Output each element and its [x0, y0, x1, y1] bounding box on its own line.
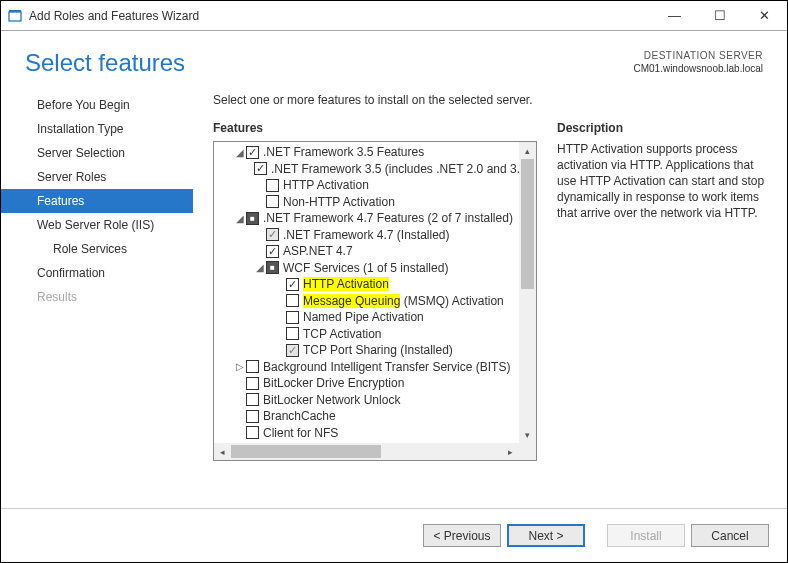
instruction-text: Select one or more features to install o… [213, 93, 777, 107]
checkbox[interactable] [286, 294, 299, 307]
scroll-thumb-vertical[interactable] [521, 159, 534, 289]
tree-row[interactable]: HTTP Activation [218, 177, 536, 194]
tree-row[interactable]: BitLocker Network Unlock [218, 392, 536, 409]
nav-item[interactable]: Features [1, 189, 193, 213]
tree-item-label: Named Pipe Activation [303, 310, 424, 324]
checkbox[interactable] [266, 261, 279, 274]
tree-row[interactable]: Non-HTTP Activation [218, 194, 536, 211]
scroll-right-icon[interactable]: ▸ [502, 443, 519, 460]
vertical-scrollbar[interactable]: ▴ ▾ [519, 142, 536, 443]
destination-label: DESTINATION SERVER [633, 49, 763, 62]
scroll-up-icon[interactable]: ▴ [519, 142, 536, 159]
tree-item-label: Client for NFS [263, 426, 338, 440]
nav-item[interactable]: Before You Begin [25, 93, 193, 117]
checkbox[interactable] [246, 360, 259, 373]
checkbox[interactable] [266, 245, 279, 258]
tree-item-label: ASP.NET 4.7 [283, 244, 353, 258]
checkbox[interactable] [286, 327, 299, 340]
tree-row[interactable]: Named Pipe Activation [218, 309, 536, 326]
nav-item[interactable]: Confirmation [25, 261, 193, 285]
app-icon [7, 8, 23, 24]
content: Before You BeginInstallation TypeServer … [1, 85, 787, 485]
tree-item-label: HTTP Activation [283, 178, 369, 192]
close-button[interactable]: ✕ [742, 1, 787, 31]
tree-item-label: WCF Services (1 of 5 installed) [283, 261, 448, 275]
destination-server: DESTINATION SERVER CM01.windowsnoob.lab.… [633, 49, 763, 77]
scroll-down-icon[interactable]: ▾ [519, 426, 536, 443]
tree-row[interactable]: ▷Background Intelligent Transfer Service… [218, 359, 536, 376]
tree-row[interactable]: ◢WCF Services (1 of 5 installed) [218, 260, 536, 277]
wizard-nav: Before You BeginInstallation TypeServer … [25, 85, 193, 485]
window-title: Add Roles and Features Wizard [29, 9, 652, 23]
horizontal-scrollbar[interactable]: ◂ ▸ [214, 443, 536, 460]
footer: < Previous Next > Install Cancel [1, 508, 787, 562]
features-label: Features [213, 121, 537, 135]
tree-item-label: BitLocker Drive Encryption [263, 376, 404, 390]
tree-row[interactable]: ASP.NET 4.7 [218, 243, 536, 260]
tree-row[interactable]: Client for NFS [218, 425, 536, 442]
checkbox[interactable] [286, 311, 299, 324]
svg-rect-1 [9, 10, 21, 12]
tree-row[interactable]: HTTP Activation [218, 276, 536, 293]
nav-item[interactable]: Installation Type [25, 117, 193, 141]
previous-button[interactable]: < Previous [423, 524, 501, 547]
tree-item-label: Non-HTTP Activation [283, 195, 395, 209]
features-tree[interactable]: ◢.NET Framework 3.5 Features.NET Framewo… [214, 142, 536, 460]
tree-row[interactable]: ◢.NET Framework 3.5 Features [218, 144, 536, 161]
next-button[interactable]: Next > [507, 524, 585, 547]
description-label: Description [557, 121, 765, 135]
nav-item[interactable]: Server Selection [25, 141, 193, 165]
checkbox[interactable] [246, 393, 259, 406]
nav-item: Results [25, 285, 193, 309]
tree-item-label: .NET Framework 4.7 (Installed) [283, 228, 450, 242]
features-tree-container: ◢.NET Framework 3.5 Features.NET Framewo… [213, 141, 537, 461]
checkbox[interactable] [266, 195, 279, 208]
tree-item-label: BranchCache [263, 409, 336, 423]
checkbox[interactable] [266, 228, 279, 241]
expand-icon[interactable]: ▷ [234, 361, 246, 372]
tree-item-label: HTTP Activation [303, 277, 389, 291]
expand-icon[interactable]: ◢ [234, 213, 246, 224]
minimize-button[interactable]: ― [652, 1, 697, 31]
expand-icon[interactable]: ◢ [234, 147, 246, 158]
nav-item[interactable]: Web Server Role (IIS) [25, 213, 193, 237]
checkbox[interactable] [286, 278, 299, 291]
scroll-thumb-horizontal[interactable] [231, 445, 381, 458]
tree-row[interactable]: .NET Framework 4.7 (Installed) [218, 227, 536, 244]
checkbox[interactable] [246, 377, 259, 390]
tree-row[interactable]: TCP Activation [218, 326, 536, 343]
nav-item[interactable]: Role Services [25, 237, 193, 261]
tree-item-label: Message Queuing (MSMQ) Activation [303, 294, 504, 308]
tree-row[interactable]: ◢.NET Framework 4.7 Features (2 of 7 ins… [218, 210, 536, 227]
scroll-left-icon[interactable]: ◂ [214, 443, 231, 460]
svg-rect-0 [9, 12, 21, 21]
install-button[interactable]: Install [607, 524, 685, 547]
checkbox[interactable] [266, 179, 279, 192]
main-panel: Select one or more features to install o… [193, 85, 787, 485]
tree-item-label: .NET Framework 3.5 (includes .NET 2.0 an… [271, 162, 531, 176]
expand-icon[interactable]: ◢ [254, 262, 266, 273]
checkbox[interactable] [246, 212, 259, 225]
checkbox[interactable] [246, 410, 259, 423]
checkbox[interactable] [286, 344, 299, 357]
tree-item-label: .NET Framework 4.7 Features (2 of 7 inst… [263, 211, 513, 225]
tree-item-label: BitLocker Network Unlock [263, 393, 400, 407]
maximize-button[interactable]: ☐ [697, 1, 742, 31]
tree-item-label: TCP Port Sharing (Installed) [303, 343, 453, 357]
tree-row[interactable]: .NET Framework 3.5 (includes .NET 2.0 an… [218, 161, 536, 178]
page-title: Select features [25, 49, 185, 77]
tree-row[interactable]: BranchCache [218, 408, 536, 425]
checkbox[interactable] [246, 426, 259, 439]
tree-item-label: TCP Activation [303, 327, 381, 341]
tree-item-label: .NET Framework 3.5 Features [263, 145, 424, 159]
nav-item[interactable]: Server Roles [25, 165, 193, 189]
tree-row[interactable]: Message Queuing (MSMQ) Activation [218, 293, 536, 310]
description-text: HTTP Activation supports process activat… [557, 141, 765, 221]
cancel-button[interactable]: Cancel [691, 524, 769, 547]
checkbox[interactable] [246, 146, 259, 159]
header: Select features DESTINATION SERVER CM01.… [1, 31, 787, 85]
destination-value: CM01.windowsnoob.lab.local [633, 62, 763, 75]
checkbox[interactable] [254, 162, 267, 175]
tree-row[interactable]: BitLocker Drive Encryption [218, 375, 536, 392]
tree-row[interactable]: TCP Port Sharing (Installed) [218, 342, 536, 359]
